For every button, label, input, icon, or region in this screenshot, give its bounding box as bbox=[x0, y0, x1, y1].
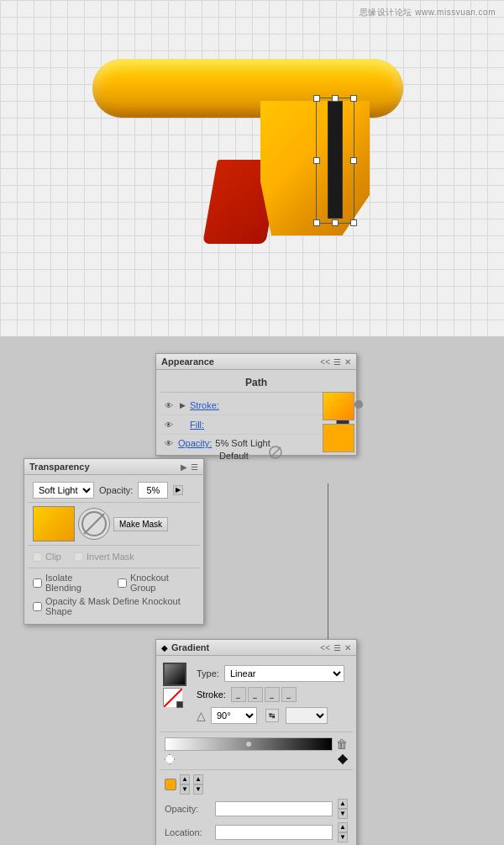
clip-label: Clip bbox=[45, 552, 61, 562]
stop-right-stepper: ▲ ▼ bbox=[193, 774, 203, 795]
gradient-bar[interactable] bbox=[165, 737, 333, 751]
transparency-title: Transparency bbox=[29, 462, 90, 472]
type-row: Type: Linear Radial bbox=[192, 663, 349, 684]
gradient-swatch-main[interactable] bbox=[163, 663, 186, 686]
location-stepper: ▲ ▼ bbox=[338, 822, 348, 842]
drop-arrow[interactable] bbox=[176, 701, 183, 708]
opacity-field-row: Opacity: ▲ ▼ bbox=[160, 797, 353, 821]
isolate-knockout-section: Isolate Blending Knockout Group Opacity … bbox=[28, 568, 200, 621]
angle-select[interactable]: 90° 0° 45° 180° bbox=[211, 707, 257, 724]
opacity-visibility-icon[interactable]: 👁 bbox=[163, 437, 175, 449]
opacity-down[interactable]: ▼ bbox=[338, 809, 348, 819]
angle-row: △ 90° 0° 45° 180° ↹ bbox=[192, 705, 349, 726]
stroke-label-grad: Stroke: bbox=[197, 689, 226, 700]
stroke-icon-buttons: ⎯ ⎯ ⎯ ⎯ bbox=[231, 687, 297, 702]
no-symbol bbox=[268, 445, 283, 460]
fill-visibility-icon[interactable]: 👁 bbox=[163, 419, 175, 430]
illustration bbox=[67, 34, 428, 303]
stroke-visibility-icon[interactable]: 👁 bbox=[163, 399, 175, 411]
type-label: Type: bbox=[197, 668, 219, 679]
gradient-close[interactable]: ✕ bbox=[344, 643, 351, 652]
handle-mid-right[interactable] bbox=[350, 157, 357, 164]
isolate-row: Isolate Blending Knockout Group bbox=[33, 571, 195, 594]
stroke-btn-1[interactable]: ⎯ bbox=[231, 687, 246, 702]
gradient-menu[interactable]: ☰ bbox=[333, 643, 341, 652]
panel-menu[interactable]: ☰ bbox=[333, 357, 341, 367]
trans-menu[interactable]: ☰ bbox=[191, 462, 198, 472]
blend-mode-select[interactable]: Soft Light Normal Multiply Screen Overla… bbox=[33, 482, 94, 499]
stop-down-2[interactable]: ▼ bbox=[193, 784, 203, 795]
stop-up-2[interactable]: ▲ bbox=[193, 774, 203, 784]
handle-bottom-mid[interactable] bbox=[332, 219, 339, 226]
transparency-body: Soft Light Normal Multiply Screen Overla… bbox=[24, 475, 203, 624]
knockout-checkbox[interactable] bbox=[118, 578, 127, 588]
handle-bottom-left[interactable] bbox=[313, 219, 320, 226]
clip-checkbox[interactable] bbox=[33, 552, 42, 562]
opacity-value: 5% Soft Light bbox=[215, 438, 270, 448]
gradient-body: Type: Linear Radial Stroke: ⎯ ⎯ ⎯ bbox=[156, 656, 356, 845]
handle-mid-left[interactable] bbox=[313, 157, 320, 164]
thumb-mask-preview bbox=[78, 508, 110, 540]
opacity-label[interactable]: Opacity: bbox=[178, 438, 212, 448]
fill-expand-icon bbox=[178, 420, 186, 429]
stop-markers-row bbox=[160, 754, 353, 768]
trash-icon[interactable]: 🗑 bbox=[336, 737, 348, 751]
gradient-collapse[interactable]: << bbox=[320, 643, 330, 652]
handle-top-left[interactable] bbox=[313, 95, 320, 102]
stroke-btn-3[interactable]: ⎯ bbox=[265, 687, 280, 702]
path-header: Path bbox=[160, 373, 353, 393]
trans-expand[interactable]: ▶ bbox=[181, 462, 187, 472]
stroke-expand-icon[interactable]: ▶ bbox=[178, 401, 186, 409]
aspect-select[interactable] bbox=[286, 707, 328, 724]
stroke-label[interactable]: Stroke: bbox=[190, 400, 333, 410]
stop-up[interactable]: ▲ bbox=[180, 774, 190, 784]
location-field[interactable] bbox=[215, 825, 333, 840]
stop-right[interactable] bbox=[338, 754, 348, 764]
selection-box[interactable] bbox=[316, 98, 354, 224]
handle-top-mid[interactable] bbox=[332, 95, 339, 102]
opacity-field[interactable] bbox=[215, 801, 333, 816]
location-down[interactable]: ▼ bbox=[338, 832, 348, 842]
stop-left[interactable] bbox=[165, 754, 175, 764]
panel-close[interactable]: ✕ bbox=[344, 357, 351, 367]
gradient-swatch-cross[interactable] bbox=[163, 688, 181, 706]
opacity-increase[interactable]: ▶ bbox=[173, 485, 183, 495]
stop-down[interactable]: ▼ bbox=[180, 784, 190, 795]
invert-mask-checkbox[interactable] bbox=[74, 552, 83, 562]
clip-invert-section: Clip Invert Mask bbox=[28, 545, 200, 568]
opacity-mask-checkbox[interactable] bbox=[33, 602, 42, 611]
thumb-item-1[interactable] bbox=[323, 392, 354, 420]
gradient-midpoint[interactable] bbox=[245, 741, 252, 747]
stop-color-swatch[interactable] bbox=[165, 779, 176, 790]
opacity-input[interactable] bbox=[138, 482, 168, 499]
invert-mask-label: Invert Mask bbox=[87, 552, 134, 562]
thumb-main-preview bbox=[33, 506, 75, 541]
thumb-item-2[interactable] bbox=[323, 424, 354, 452]
watermark: 思缘设计论坛 www.missvuan.com bbox=[360, 7, 496, 18]
appearance-panel: Appearance << ☰ ✕ Path 👁 ▶ Stroke: 👁 bbox=[155, 353, 357, 456]
opacity-mask-label: Opacity & Mask Define Knockout Shape bbox=[45, 596, 195, 616]
reverse-icon[interactable]: ↹ bbox=[265, 709, 279, 722]
gradient-controls: << ☰ ✕ bbox=[320, 643, 351, 652]
clip-check-row: Clip bbox=[33, 550, 61, 563]
gradient-type-select[interactable]: Linear Radial bbox=[224, 665, 344, 682]
fill-label[interactable]: Fill: bbox=[190, 420, 333, 430]
stroke-btn-4[interactable]: ⎯ bbox=[281, 687, 297, 702]
opacity-up[interactable]: ▲ bbox=[338, 799, 348, 809]
handle-bottom-right[interactable] bbox=[350, 219, 357, 226]
invert-check-row: Invert Mask bbox=[74, 550, 134, 563]
trans-controls: ▶ ☰ bbox=[181, 462, 198, 472]
transparency-titlebar: Transparency ▶ ☰ bbox=[24, 459, 203, 475]
separator-2 bbox=[160, 769, 353, 770]
svg-line-1 bbox=[270, 447, 281, 457]
gradient-title-group: ◆ Gradient bbox=[161, 642, 209, 652]
panel-collapse[interactable]: << bbox=[320, 357, 330, 367]
location-up[interactable]: ▲ bbox=[338, 822, 348, 832]
gradient-panel: ◆ Gradient << ☰ ✕ bbox=[155, 639, 357, 845]
isolate-checkbox[interactable] bbox=[33, 578, 42, 588]
handle-top-right[interactable] bbox=[350, 95, 357, 102]
angle-icon: △ bbox=[197, 709, 206, 722]
stroke-btn-2[interactable]: ⎯ bbox=[248, 687, 263, 702]
stop-left-stepper: ▲ ▼ bbox=[180, 774, 190, 795]
make-mask-button[interactable]: Make Mask bbox=[113, 517, 168, 531]
